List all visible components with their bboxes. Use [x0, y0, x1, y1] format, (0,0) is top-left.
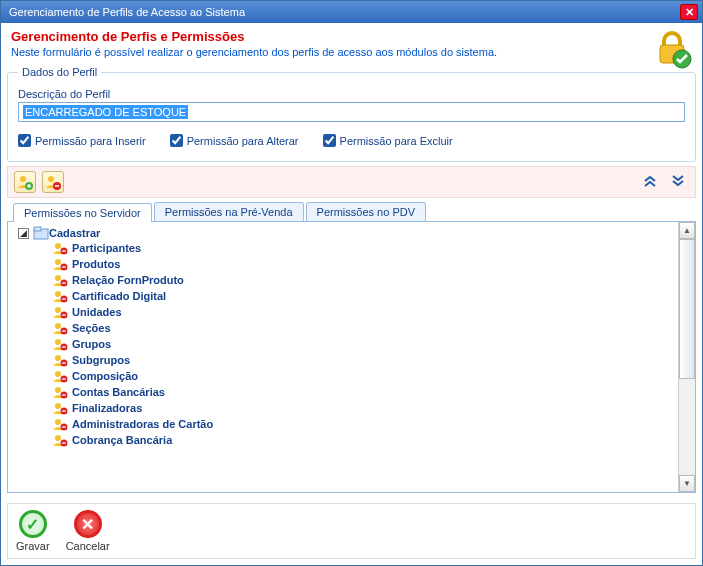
window: Gerenciamento de Perfils de Acesso ao Si… [0, 0, 703, 566]
svg-point-30 [55, 419, 61, 425]
content: Dados do Perfil Descrição do Perfil ENCA… [1, 66, 702, 499]
tree-item-label: Grupos [72, 338, 111, 350]
tree-panel: ◢ Cadastrar ParticipantesProdutosRelação… [7, 221, 696, 493]
tree-item[interactable]: Composição [52, 368, 678, 384]
user-badge-icon [52, 337, 68, 351]
tree-children: ParticipantesProdutosRelação FornProduto… [14, 240, 678, 448]
svg-point-24 [55, 371, 61, 377]
scroll-up-button[interactable]: ▲ [679, 222, 695, 239]
tree-item-label: Relação FornProduto [72, 274, 184, 286]
tree-item-label: Participantes [72, 242, 141, 254]
tree-item[interactable]: Relação FornProduto [52, 272, 678, 288]
svg-point-4 [48, 176, 54, 182]
scroll-down-button[interactable]: ▼ [679, 475, 695, 492]
descricao-input[interactable]: ENCARREGADO DE ESTOQUE [18, 102, 685, 122]
svg-point-10 [55, 259, 61, 265]
tree-item[interactable]: Administradoras de Cartão [52, 416, 678, 432]
tree-item-label: Cobrança Bancária [72, 434, 172, 446]
folder-icon [33, 226, 49, 240]
tree-item-label: Administradoras de Cartão [72, 418, 213, 430]
descricao-label: Descrição do Perfil [18, 88, 685, 100]
user-badge-icon [52, 401, 68, 415]
check-inserir-label: Permissão para Inserir [35, 135, 146, 147]
window-title: Gerenciamento de Perfils de Acesso ao Si… [5, 6, 680, 18]
cancel-button[interactable]: ✕ Cancelar [66, 510, 110, 552]
user-badge-icon [52, 369, 68, 383]
check-inserir[interactable]: Permissão para Inserir [18, 134, 146, 147]
toolbar-remove-button[interactable] [42, 171, 64, 193]
tree-item[interactable]: Cobrança Bancária [52, 432, 678, 448]
tab-servidor[interactable]: Permissões no Servidor [13, 203, 152, 222]
user-badge-icon [52, 417, 68, 431]
chevron-double-up-icon [643, 174, 657, 188]
check-circle-icon: ✓ [19, 510, 47, 538]
svg-point-20 [55, 339, 61, 345]
tree-toggle-icon[interactable]: ◢ [18, 228, 29, 239]
tree-root-item[interactable]: ◢ Cadastrar [14, 226, 678, 240]
check-alterar[interactable]: Permissão para Alterar [170, 134, 299, 147]
svg-point-14 [55, 291, 61, 297]
tree-item[interactable]: Participantes [52, 240, 678, 256]
user-badge-icon [52, 273, 68, 287]
user-badge-icon [52, 289, 68, 303]
scroll-track[interactable] [679, 379, 695, 475]
tab-prevenda[interactable]: Permissões na Pré-Venda [154, 202, 304, 221]
tree-item[interactable]: Grupos [52, 336, 678, 352]
toolbar-add-button[interactable] [14, 171, 36, 193]
titlebar[interactable]: Gerenciamento de Perfils de Acesso ao Si… [1, 1, 702, 23]
user-badge-icon [52, 385, 68, 399]
tree-item[interactable]: Unidades [52, 304, 678, 320]
footer: ✓ Gravar ✕ Cancelar [7, 503, 696, 559]
tabs: Permissões no Servidor Permissões na Pré… [7, 202, 696, 221]
tree-item[interactable]: Contas Bancárias [52, 384, 678, 400]
user-badge-icon [52, 321, 68, 335]
descricao-value: ENCARREGADO DE ESTOQUE [23, 105, 188, 119]
tree-item[interactable]: Produtos [52, 256, 678, 272]
check-excluir-box[interactable] [323, 134, 336, 147]
collapse-all-button[interactable] [639, 174, 661, 191]
tree-item-label: Seções [72, 322, 111, 334]
header-subtitle: Neste formulário é possível realizar o g… [11, 46, 692, 58]
check-excluir[interactable]: Permissão para Excluir [323, 134, 453, 147]
fieldset-dados-perfil: Dados do Perfil Descrição do Perfil ENCA… [7, 66, 696, 162]
user-remove-icon [45, 174, 61, 190]
toolbar [7, 166, 696, 198]
user-badge-icon [52, 305, 68, 319]
scroll-thumb[interactable] [679, 239, 695, 379]
tree-item-label: Produtos [72, 258, 120, 270]
lock-check-icon [652, 29, 692, 69]
header-title: Gerencimento de Perfis e Permissões [11, 29, 692, 44]
tree-item-label: Contas Bancárias [72, 386, 165, 398]
expand-all-button[interactable] [667, 174, 689, 191]
check-alterar-box[interactable] [170, 134, 183, 147]
close-button[interactable]: ✕ [680, 4, 698, 20]
header-panel: Gerencimento de Perfis e Permissões Nest… [1, 23, 702, 66]
tree-item-label: Composição [72, 370, 138, 382]
svg-point-26 [55, 387, 61, 393]
user-badge-icon [52, 433, 68, 447]
close-icon: ✕ [685, 6, 694, 19]
x-circle-icon: ✕ [74, 510, 102, 538]
scrollbar[interactable]: ▲ ▼ [678, 222, 695, 492]
tree-scroll[interactable]: ◢ Cadastrar ParticipantesProdutosRelação… [8, 222, 678, 492]
save-label: Gravar [16, 540, 50, 552]
check-excluir-label: Permissão para Excluir [340, 135, 453, 147]
tree-item[interactable]: Finalizadoras [52, 400, 678, 416]
save-button[interactable]: ✓ Gravar [16, 510, 50, 552]
svg-rect-7 [34, 227, 41, 231]
user-badge-icon [52, 257, 68, 271]
user-badge-icon [52, 241, 68, 255]
svg-point-32 [55, 435, 61, 441]
tree-root-label: Cadastrar [49, 227, 100, 239]
tree-item[interactable]: Seções [52, 320, 678, 336]
tree-item-label: Finalizadoras [72, 402, 142, 414]
check-inserir-box[interactable] [18, 134, 31, 147]
chevron-double-down-icon [671, 174, 685, 188]
tab-pdv[interactable]: Permissões no PDV [306, 202, 426, 221]
svg-point-18 [55, 323, 61, 329]
user-badge-icon [52, 353, 68, 367]
svg-point-8 [55, 243, 61, 249]
cancel-label: Cancelar [66, 540, 110, 552]
tree-item[interactable]: Subgrupos [52, 352, 678, 368]
tree-item[interactable]: Cartificado Digital [52, 288, 678, 304]
